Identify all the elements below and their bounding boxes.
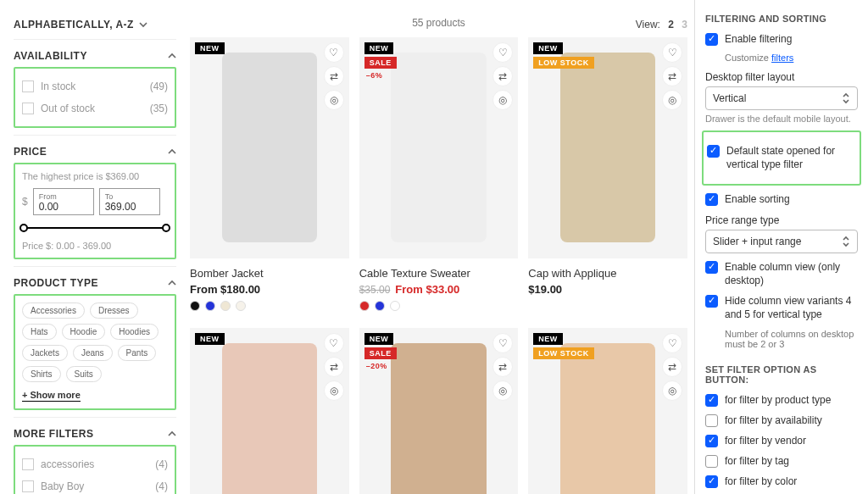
slider-handle-min[interactable]	[19, 224, 28, 232]
product-title: Bomber Jacket	[190, 267, 349, 280]
checkbox-icon	[707, 145, 720, 158]
desktop-filter-layout-label: Desktop filter layout	[705, 71, 858, 83]
product-image[interactable]: NEWSALE–6%♡⇄◎	[359, 37, 519, 258]
quickview-icon[interactable]: ◎	[492, 90, 513, 110]
more-filter-row[interactable]: accessories(4)	[22, 453, 168, 475]
product-image[interactable]: NEW♡⇄◎	[190, 37, 349, 258]
quickview-icon[interactable]: ◎	[324, 380, 344, 401]
price-range-type-label: Price range type	[705, 214, 858, 226]
compare-icon[interactable]: ⇄	[662, 66, 682, 86]
quickview-icon[interactable]: ◎	[324, 90, 344, 110]
wishlist-icon[interactable]: ♡	[662, 42, 682, 63]
wishlist-icon[interactable]: ♡	[324, 42, 344, 63]
wishlist-icon[interactable]: ♡	[492, 42, 513, 63]
checkbox-icon	[705, 295, 718, 308]
product-type-chip[interactable]: Accessories	[22, 303, 85, 319]
product-type-chip[interactable]: Dresses	[90, 303, 138, 319]
product-count: 55 products	[412, 17, 465, 29]
product-type-chip[interactable]: Hoodies	[110, 324, 159, 340]
more-filter-row[interactable]: Baby Boy(4)	[22, 475, 168, 494]
option-filter-vendor[interactable]: for filter by vendor	[705, 434, 858, 447]
compare-icon[interactable]: ⇄	[324, 66, 344, 86]
color-swatch[interactable]	[205, 301, 215, 311]
color-swatch[interactable]	[236, 301, 246, 311]
new-badge: NEW	[195, 333, 225, 345]
quickview-icon[interactable]: ◎	[662, 380, 682, 401]
option-enable-filtering[interactable]: Enable filtering	[705, 32, 858, 46]
sale-badge: SALE	[364, 57, 397, 69]
color-swatch[interactable]	[220, 301, 231, 311]
checkbox-icon	[705, 414, 718, 427]
filter-head-product-type[interactable]: Product Type	[14, 267, 176, 294]
option-filter-color[interactable]: for filter by color	[705, 475, 858, 488]
compare-icon[interactable]: ⇄	[662, 357, 682, 377]
product-type-chip[interactable]: Pants	[118, 345, 157, 361]
compare-icon[interactable]: ⇄	[324, 357, 344, 377]
product-type-chip[interactable]: Hoodie	[62, 324, 106, 340]
chevron-up-icon	[168, 52, 176, 60]
price-from-input[interactable]: From 0.00	[33, 188, 94, 215]
color-swatch[interactable]	[375, 301, 385, 311]
wishlist-icon[interactable]: ♡	[492, 333, 513, 353]
product-card[interactable]: NEW♡⇄◎Bomber JacketFrom $180.00	[190, 37, 349, 314]
filter-head-price[interactable]: Price	[14, 136, 176, 163]
price-to-input[interactable]: To 369.00	[99, 188, 160, 215]
option-filter-tag[interactable]: for filter by tag	[705, 454, 858, 468]
view-option-2[interactable]: 2	[668, 19, 674, 31]
product-card[interactable]: NEWSALE–20%♡⇄◎	[359, 328, 519, 494]
view-switcher: View: 2 3	[636, 19, 687, 31]
option-filter-availability[interactable]: for filter by availability	[705, 414, 858, 427]
product-price: $19.00	[528, 283, 687, 296]
product-card[interactable]: NEWSALE–6%♡⇄◎Cable Texture Sweater$35.00…	[359, 37, 519, 314]
filter-head-availability[interactable]: Availability	[14, 40, 176, 67]
option-enable-sorting[interactable]: Enable sorting	[705, 192, 858, 206]
product-image[interactable]: NEWLOW STOCK♡⇄◎	[528, 328, 687, 494]
checkbox-icon	[22, 480, 34, 492]
new-badge: NEW	[533, 42, 563, 54]
desktop-layout-hint: Drawer is the default mobile layout.	[705, 114, 858, 124]
option-hide-variants[interactable]: Hide column view variants 4 and 5 for ve…	[705, 294, 858, 321]
quickview-icon[interactable]: ◎	[492, 380, 513, 401]
product-type-chip[interactable]: Jeans	[73, 345, 113, 361]
product-type-chip[interactable]: Hats	[22, 324, 57, 340]
desktop-filter-layout-select[interactable]: Vertical	[705, 86, 858, 110]
slider-handle-max[interactable]	[162, 224, 170, 232]
sort-dropdown[interactable]: Alphabetically, A-Z	[14, 0, 176, 39]
view-option-3[interactable]: 3	[682, 19, 687, 31]
quickview-icon[interactable]: ◎	[662, 90, 682, 110]
checkbox-icon	[22, 80, 34, 92]
customize-filters-link[interactable]: Customize filters	[725, 53, 858, 63]
option-filter-product-type[interactable]: for filter by product type	[705, 393, 858, 407]
compare-icon[interactable]: ⇄	[492, 357, 513, 377]
wishlist-icon[interactable]: ♡	[324, 333, 344, 353]
price-range-type-select[interactable]: Slider + input range	[705, 230, 858, 253]
option-enable-column-view[interactable]: Enable column view (only desktop)	[705, 260, 858, 287]
availability-out-of-stock[interactable]: Out of stock (35)	[22, 97, 168, 119]
product-image[interactable]: NEWLOW STOCK♡⇄◎	[528, 37, 687, 258]
product-type-chip[interactable]: Suits	[66, 366, 102, 382]
product-image[interactable]: NEWSALE–20%♡⇄◎	[359, 328, 519, 494]
color-swatch[interactable]	[190, 301, 200, 311]
checkbox-icon	[22, 103, 34, 114]
product-type-chip[interactable]: Jackets	[22, 345, 68, 361]
color-swatch[interactable]	[390, 301, 400, 311]
price-slider[interactable]	[22, 222, 168, 234]
product-card[interactable]: NEW♡⇄◎	[190, 328, 349, 494]
product-card[interactable]: NEWLOW STOCK♡⇄◎Cap with Applique$19.00	[528, 37, 687, 314]
settings-panel[interactable]: Filtering and Sorting Enable filtering C…	[694, 0, 868, 494]
filter-price: Price The highest price is $369.00 $ Fro…	[14, 135, 176, 259]
option-default-opened[interactable]: Default state opened for vertical type f…	[707, 144, 854, 171]
select-arrows-icon	[842, 92, 850, 104]
wishlist-icon[interactable]: ♡	[662, 333, 682, 353]
availability-in-stock[interactable]: In stock (49)	[22, 75, 168, 97]
product-type-chip[interactable]: Shirts	[22, 366, 61, 382]
color-swatch[interactable]	[359, 301, 370, 311]
checkbox-icon	[705, 394, 718, 407]
chevron-up-icon	[168, 147, 176, 156]
compare-icon[interactable]: ⇄	[492, 66, 513, 86]
product-image[interactable]: NEW♡⇄◎	[190, 328, 349, 494]
checkbox-icon	[705, 475, 718, 488]
filter-head-more[interactable]: More Filters	[14, 418, 176, 445]
product-card[interactable]: NEWLOW STOCK♡⇄◎	[528, 328, 687, 494]
show-more-button[interactable]: + Show more	[22, 390, 81, 402]
